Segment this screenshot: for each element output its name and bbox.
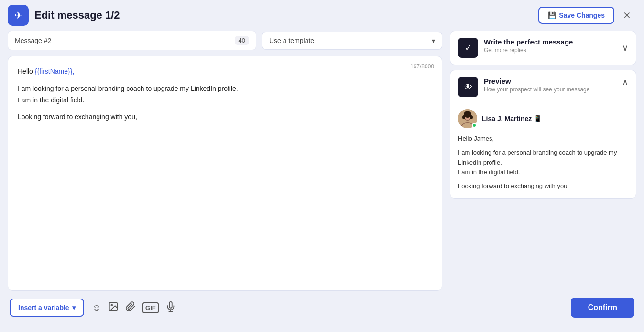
message-line5: Looking forward to exchanging with you, — [18, 111, 432, 123]
preview-text: Preview How your prospect will see your … — [484, 77, 589, 93]
app-logo: ✈ — [8, 5, 29, 26]
emoji-button[interactable]: ☺ — [92, 302, 101, 313]
insert-variable-label: Insert a variable — [18, 304, 69, 311]
message-body: Hello {{firstName}}, I am looking for a … — [18, 66, 432, 123]
char-counter: 167/8000 — [410, 63, 434, 70]
tip-title: Write the perfect message — [484, 38, 616, 46]
preview-profile: Lisa J. Martinez 📱 — [458, 109, 628, 128]
svg-point-6 — [462, 115, 465, 119]
insert-variable-button[interactable]: Insert a variable ▾ — [10, 299, 84, 317]
top-bar-right: 💾 Save Changes ✕ — [538, 7, 634, 24]
preview-greeting: Hello James, — [458, 134, 628, 144]
tip-content: Write the perfect message Get more repli… — [484, 38, 616, 54]
tip-toggle-button[interactable]: ∨ — [622, 43, 628, 53]
gif-button[interactable]: GIF — [142, 302, 159, 313]
firstname-variable: {{firstName}}, — [35, 67, 75, 75]
message-hello-prefix: Hello — [18, 67, 35, 75]
attach-button[interactable] — [125, 301, 136, 314]
message-line3: I am in the digital field. — [18, 95, 432, 106]
tip-card: ✓ Write the perfect message Get more rep… — [450, 31, 636, 65]
preview-line1: I am looking for a personal branding coa… — [458, 148, 628, 168]
image-button[interactable] — [108, 301, 119, 314]
preview-header: 👁 Preview How your prospect will see you… — [458, 77, 628, 97]
checkmark-icon: ✓ — [465, 43, 472, 53]
preview-toggle-button[interactable]: ∧ — [622, 77, 628, 88]
bottom-toolbar: Insert a variable ▾ ☺ GIF Confirm — [0, 291, 644, 324]
preview-line3: Looking forward to exchanging with you, — [458, 181, 628, 191]
online-status-dot — [472, 123, 477, 128]
right-panel: ✓ Write the perfect message Get more rep… — [450, 31, 636, 291]
chevron-down-icon: ▾ — [432, 37, 435, 44]
toolbar-icons: ☺ GIF — [92, 301, 176, 314]
template-dropdown[interactable]: Use a template ▾ — [262, 32, 442, 50]
controls-row: Message #2 40 Use a template ▾ — [8, 31, 442, 50]
char-count-badge: 40 — [235, 36, 249, 45]
page-title: Edit message 1/2 — [34, 9, 120, 22]
profile-name: Lisa J. Martinez 📱 — [482, 115, 542, 122]
top-bar-left: ✈ Edit message 1/2 — [8, 5, 120, 26]
avatar-wrapper — [458, 109, 477, 128]
close-icon: ✕ — [623, 10, 631, 21]
preview-subtitle: How your prospect will see your message — [484, 86, 589, 93]
preview-card: 👁 Preview How your prospect will see you… — [450, 70, 636, 199]
message-input-wrapper: Message #2 40 — [8, 31, 256, 50]
left-panel: Message #2 40 Use a template ▾ 167/8000 … — [8, 31, 442, 291]
svg-point-7 — [470, 115, 473, 119]
message-line2: I am looking for a personal branding coa… — [18, 83, 432, 95]
top-bar: ✈ Edit message 1/2 💾 Save Changes ✕ — [0, 0, 644, 31]
main-content: Message #2 40 Use a template ▾ 167/8000 … — [0, 31, 644, 291]
save-changes-label: Save Changes — [559, 11, 605, 19]
preview-line2: I am in the digital field. — [458, 167, 628, 177]
eye-icon: 👁 — [464, 82, 472, 92]
confirm-button[interactable]: Confirm — [571, 298, 634, 318]
save-icon: 💾 — [548, 11, 556, 19]
tip-subtitle: Get more replies — [484, 47, 616, 54]
preview-icon: 👁 — [458, 77, 478, 97]
template-dropdown-label: Use a template — [269, 37, 314, 44]
preview-message: Hello James, I am looking for a personal… — [458, 134, 628, 191]
preview-divider — [458, 103, 628, 103]
svg-point-9 — [111, 304, 112, 306]
mic-button[interactable] — [165, 301, 176, 314]
chevron-down-icon: ▾ — [72, 304, 76, 311]
tip-icon: ✓ — [458, 38, 478, 58]
close-button[interactable]: ✕ — [619, 8, 634, 23]
save-changes-button[interactable]: 💾 Save Changes — [538, 7, 614, 24]
bottom-left: Insert a variable ▾ ☺ GIF — [10, 299, 176, 317]
send-icon: ✈ — [14, 10, 22, 21]
editor-area[interactable]: 167/8000 Hello {{firstName}}, I am looki… — [8, 56, 442, 291]
preview-header-left: 👁 Preview How your prospect will see you… — [458, 77, 589, 97]
message-label: Message #2 — [15, 37, 51, 44]
preview-title: Preview — [484, 77, 589, 85]
